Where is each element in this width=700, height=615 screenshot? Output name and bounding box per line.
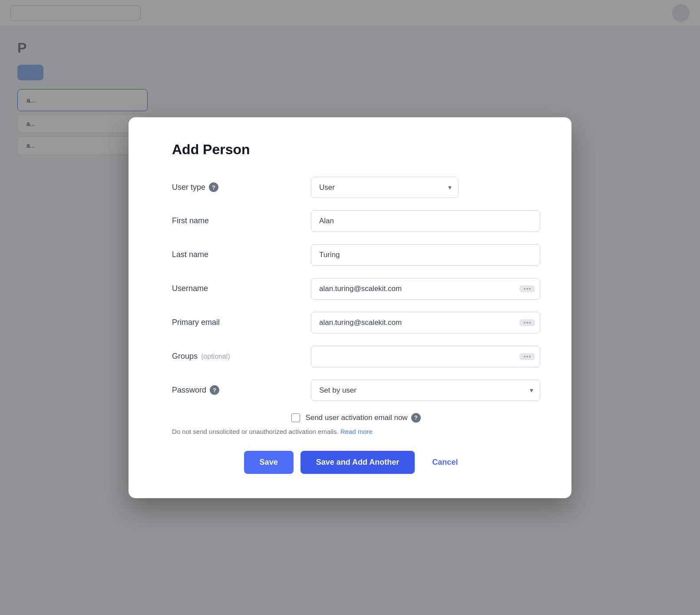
- last-name-label: Last name: [172, 250, 311, 259]
- first-name-label-text: First name: [172, 216, 209, 225]
- activation-email-checkbox[interactable]: [291, 413, 300, 422]
- username-control: [311, 278, 540, 300]
- username-dots-icon: [524, 288, 531, 290]
- groups-input[interactable]: [311, 346, 540, 367]
- password-select[interactable]: Set by user Set manually Generate automa…: [311, 380, 540, 401]
- password-control: Set by user Set manually Generate automa…: [311, 380, 540, 401]
- user-type-label-text: User type: [172, 183, 205, 192]
- modal-overlay: Add Person User type ? User Admin Guest …: [0, 0, 700, 615]
- notice-text: Do not send unsolicited or unauthorized …: [172, 428, 540, 435]
- password-label: Password ?: [172, 385, 311, 395]
- cancel-button[interactable]: Cancel: [422, 451, 468, 474]
- user-type-help-icon[interactable]: ?: [209, 182, 218, 192]
- user-type-label: User type ?: [172, 182, 311, 192]
- primary-email-input[interactable]: [311, 312, 540, 334]
- primary-email-label: Primary email: [172, 318, 311, 327]
- read-more-link[interactable]: Read more: [340, 428, 373, 435]
- groups-control: [311, 346, 540, 367]
- username-label-text: Username: [172, 284, 208, 293]
- password-label-text: Password: [172, 386, 206, 395]
- dot-5: [526, 322, 528, 324]
- user-type-select-wrapper: User Admin Guest ▾: [311, 177, 459, 198]
- first-name-row: First name: [172, 210, 540, 232]
- groups-optional-text: (optional): [201, 353, 230, 360]
- first-name-control: [311, 210, 540, 232]
- dot-2: [526, 288, 528, 290]
- primary-email-row: Primary email: [172, 312, 540, 334]
- user-type-control: User Admin Guest ▾: [311, 177, 540, 198]
- dot-8: [526, 356, 528, 357]
- primary-email-addon-button[interactable]: [519, 319, 535, 326]
- groups-label-text: Groups: [172, 352, 198, 361]
- groups-row: Groups (optional): [172, 346, 540, 367]
- dot-6: [529, 322, 531, 324]
- save-button[interactable]: Save: [244, 451, 294, 474]
- dot-4: [524, 322, 525, 324]
- primary-email-label-text: Primary email: [172, 318, 220, 327]
- dot-3: [529, 288, 531, 290]
- dot-9: [529, 356, 531, 357]
- activation-email-row: Send user activation email now ?: [172, 413, 540, 423]
- username-input[interactable]: [311, 278, 540, 300]
- modal-footer: Save Save and Add Another Cancel: [172, 451, 540, 474]
- username-label: Username: [172, 284, 311, 293]
- password-select-wrapper: Set by user Set manually Generate automa…: [311, 380, 540, 401]
- last-name-control: [311, 244, 540, 266]
- activation-email-label[interactable]: Send user activation email now ?: [305, 413, 420, 423]
- last-name-row: Last name: [172, 244, 540, 266]
- dot-1: [524, 288, 525, 290]
- dot-7: [524, 356, 525, 357]
- password-row: Password ? Set by user Set manually Gene…: [172, 380, 540, 401]
- groups-label: Groups (optional): [172, 352, 311, 361]
- activation-email-help-icon[interactable]: ?: [411, 413, 421, 423]
- primary-email-dots-icon: [524, 322, 531, 324]
- modal-title: Add Person: [172, 142, 540, 158]
- password-help-icon[interactable]: ?: [210, 385, 219, 395]
- last-name-label-text: Last name: [172, 250, 208, 259]
- first-name-input[interactable]: [311, 210, 540, 232]
- user-type-row: User type ? User Admin Guest ▾: [172, 177, 540, 198]
- first-name-label: First name: [172, 216, 311, 225]
- groups-addon-button[interactable]: [519, 353, 535, 360]
- last-name-input[interactable]: [311, 244, 540, 266]
- groups-dots-icon: [524, 356, 531, 357]
- username-row: Username: [172, 278, 540, 300]
- activation-email-label-text: Send user activation email now: [305, 413, 407, 422]
- save-add-another-button[interactable]: Save and Add Another: [300, 451, 415, 474]
- primary-email-control: [311, 312, 540, 334]
- notice-main-text: Do not send unsolicited or unauthorized …: [172, 428, 339, 435]
- username-addon-button[interactable]: [519, 285, 535, 292]
- user-type-select[interactable]: User Admin Guest: [311, 177, 459, 198]
- modal-dialog: Add Person User type ? User Admin Guest …: [129, 117, 571, 498]
